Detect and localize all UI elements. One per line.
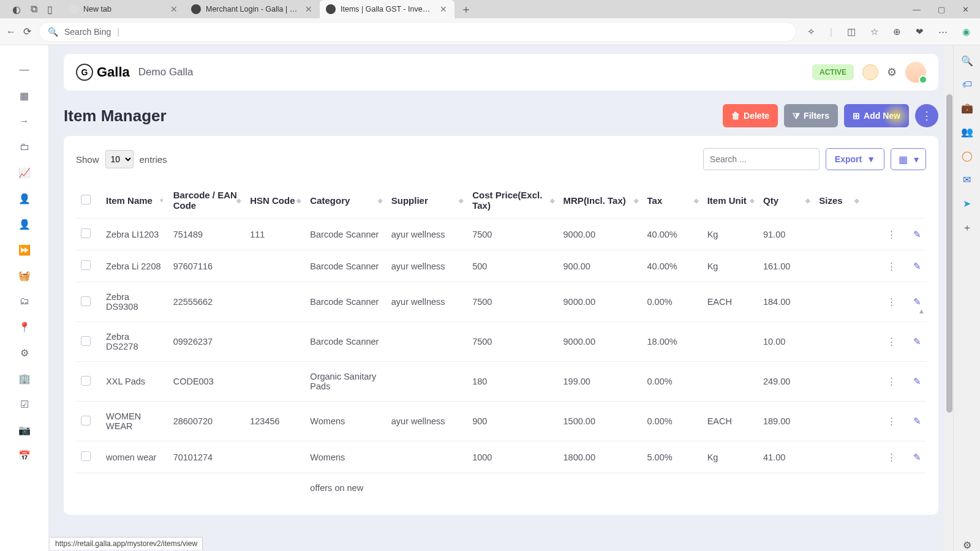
row-menu-icon[interactable]: ⋮ <box>887 452 896 462</box>
col-item-name[interactable]: Item Name▼ <box>101 182 168 219</box>
edit-icon[interactable]: ✎ <box>913 416 921 426</box>
col-unit[interactable]: Item Unit◆ <box>703 182 758 219</box>
close-tab-icon[interactable]: ✕ <box>304 4 314 14</box>
split-screen-icon[interactable]: ◫ <box>847 26 856 37</box>
edit-icon[interactable]: ✎ <box>913 261 921 271</box>
table-search-input[interactable] <box>703 148 820 170</box>
calendar-icon[interactable]: 📅 <box>18 449 31 462</box>
dashboard-icon[interactable]: ▦ <box>18 89 31 102</box>
cell-mrp: 9000.00 <box>559 282 643 322</box>
tab-actions-icon[interactable]: ▯ <box>47 4 53 15</box>
settings-icon[interactable]: ⚙ <box>18 347 31 359</box>
folder-icon[interactable]: 🗀 <box>18 141 31 153</box>
address-bar[interactable]: 🔍 Search Bing | <box>39 22 796 42</box>
copilot-icon[interactable]: ◉ <box>962 26 970 37</box>
row-checkbox[interactable] <box>81 416 91 425</box>
row-checkbox[interactable] <box>81 228 91 238</box>
user-icon[interactable]: 👤 <box>18 192 31 204</box>
delete-button[interactable]: 🗑 Delete <box>723 104 778 127</box>
basket-icon[interactable]: 🧺 <box>18 269 31 282</box>
collections-icon[interactable]: ⊕ <box>893 26 901 37</box>
cell-sizes <box>814 219 863 250</box>
select-all-checkbox[interactable] <box>81 195 91 204</box>
search-icon[interactable]: 🔍 <box>961 55 973 67</box>
table-scroll-up-icon[interactable]: ▲ <box>918 307 925 315</box>
cell-category: offers on new <box>305 473 386 503</box>
office-icon[interactable]: ◯ <box>962 150 973 162</box>
location-icon[interactable]: 📍 <box>18 321 31 333</box>
arrow-icon[interactable]: → <box>18 115 31 127</box>
close-tab-icon[interactable]: ✕ <box>169 4 179 14</box>
col-category[interactable]: Category◆ <box>305 182 386 219</box>
check-icon[interactable]: ☑ <box>18 398 31 410</box>
col-tax[interactable]: Tax◆ <box>643 182 703 219</box>
extensions-icon[interactable]: ✧ <box>807 26 815 37</box>
maximize-button[interactable]: ▢ <box>938 5 945 14</box>
edit-icon[interactable]: ✎ <box>913 452 921 462</box>
view-toggle-button[interactable]: ▦ ▾ <box>891 148 926 170</box>
briefcase-icon[interactable]: 💼 <box>961 102 973 114</box>
edge-settings-icon[interactable]: ⚙ <box>963 539 971 551</box>
row-menu-icon[interactable]: ⋮ <box>887 230 896 239</box>
page-size-select[interactable]: 10 <box>105 150 134 168</box>
favorites-icon[interactable]: ☆ <box>870 26 878 37</box>
fastforward-icon[interactable]: ⏩ <box>18 244 31 256</box>
col-cost[interactable]: Cost Price(Excl. Tax)◆ <box>467 182 558 219</box>
col-supplier[interactable]: Supplier◆ <box>386 182 467 219</box>
refresh-button[interactable]: ⟳ <box>23 26 31 37</box>
edit-icon[interactable]: ✎ <box>913 337 921 347</box>
row-checkbox[interactable] <box>81 336 91 346</box>
row-menu-icon[interactable]: ⋮ <box>887 377 896 386</box>
workspaces-icon[interactable]: ⧉ <box>31 4 37 15</box>
add-tool-icon[interactable]: ＋ <box>962 222 972 234</box>
profile-icon[interactable]: ◐ <box>12 4 21 15</box>
outlook-icon[interactable]: ✉ <box>963 174 971 186</box>
user2-icon[interactable]: 👤 <box>18 218 31 230</box>
edit-icon[interactable]: ✎ <box>913 230 921 239</box>
more-fab-button[interactable]: ⋮ <box>915 104 938 127</box>
reports-icon[interactable]: 🏢 <box>18 372 31 384</box>
edit-icon[interactable]: ✎ <box>913 377 921 386</box>
col-mrp[interactable]: MRP(Incl. Tax)◆ <box>559 182 643 219</box>
chart-icon[interactable]: 📈 <box>18 167 31 179</box>
col-hsn[interactable]: HSN Code◆ <box>245 182 305 219</box>
gear-icon[interactable]: ⚙ <box>887 66 897 79</box>
row-checkbox[interactable] <box>81 296 91 306</box>
avatar[interactable] <box>905 62 926 83</box>
row-menu-icon[interactable]: ⋮ <box>887 416 896 426</box>
close-tab-icon[interactable]: ✕ <box>439 4 448 14</box>
row-menu-icon[interactable]: ⋮ <box>887 261 896 271</box>
people-icon[interactable]: 👥 <box>961 126 973 138</box>
page-scrollbar-track[interactable] <box>944 45 953 551</box>
rewards-icon[interactable]: ❤ <box>916 26 924 37</box>
browser-tab[interactable]: New tab✕ <box>62 0 185 18</box>
tab-title: New tab <box>83 5 164 13</box>
page-scrollbar-thumb[interactable] <box>946 94 952 413</box>
collapse-icon[interactable]: — <box>18 64 31 76</box>
col-barcode[interactable]: Barcode / EAN Code◆ <box>168 182 246 219</box>
col-sizes[interactable]: Sizes◆ <box>814 182 863 219</box>
minimize-button[interactable]: — <box>913 5 921 14</box>
camera-icon[interactable]: 📷 <box>18 424 31 436</box>
row-checkbox[interactable] <box>81 451 91 461</box>
shopping-tag-icon[interactable]: 🏷 <box>962 79 972 90</box>
new-tab-button[interactable]: ＋ <box>454 2 478 17</box>
close-window-button[interactable]: ✕ <box>962 5 969 14</box>
edit-icon[interactable]: ✎ <box>913 297 921 307</box>
add-new-button[interactable]: ⊞ Add New <box>844 104 909 127</box>
row-checkbox[interactable] <box>81 376 91 386</box>
credits-icon[interactable] <box>862 64 878 80</box>
filters-button[interactable]: ⧩ Filters <box>784 104 838 127</box>
brand-logo[interactable]: G Galla <box>76 64 130 81</box>
row-checkbox[interactable] <box>81 260 91 270</box>
col-qty[interactable]: Qty◆ <box>758 182 814 219</box>
browser-tab[interactable]: Items | Galla GST - Inventory Soft✕ <box>320 0 454 18</box>
browser-tab[interactable]: Merchant Login - Galla | Galla GS✕ <box>185 0 320 18</box>
send-icon[interactable]: ➤ <box>963 198 971 209</box>
row-menu-icon[interactable]: ⋮ <box>887 297 896 307</box>
export-button[interactable]: Export ▼ <box>826 148 884 170</box>
back-button[interactable]: ← <box>6 26 16 37</box>
row-menu-icon[interactable]: ⋮ <box>887 337 896 347</box>
contact-icon[interactable]: 🗂 <box>18 295 31 307</box>
menu-icon[interactable]: ⋯ <box>938 26 948 37</box>
